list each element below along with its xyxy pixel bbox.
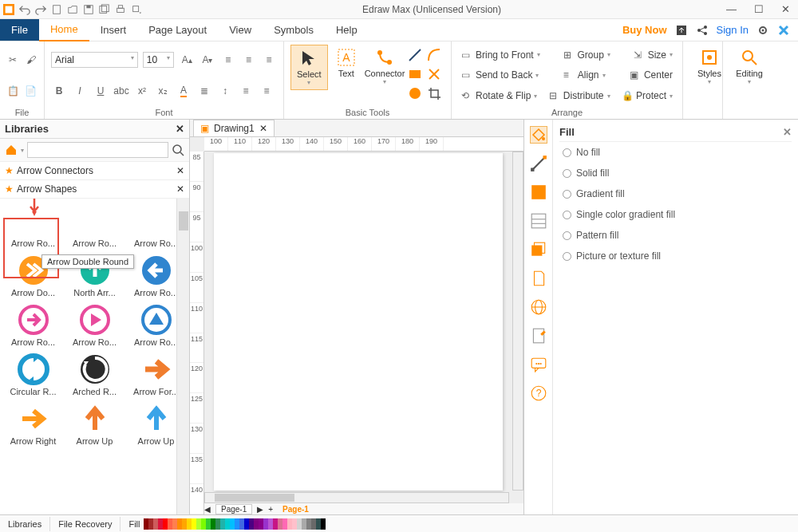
tab-help[interactable]: Help <box>325 19 369 41</box>
bottom-tab-file-recovery[interactable]: File Recovery <box>50 517 120 531</box>
erase-shape-icon[interactable] <box>427 67 441 81</box>
select-tool[interactable]: Select▾ <box>290 45 328 90</box>
rect-shape-icon[interactable] <box>408 67 422 81</box>
brush-icon[interactable]: 🖌 <box>25 52 38 68</box>
maximize-icon[interactable]: ☐ <box>754 3 764 15</box>
fill-option-picture[interactable]: Picture or texture fill <box>559 246 792 266</box>
fill-option-gradient[interactable]: Gradient fill <box>559 183 792 204</box>
align-center-icon[interactable]: ≡ <box>241 52 257 68</box>
fill-option-single-color-gradient[interactable]: Single color gradient fill <box>559 204 792 225</box>
file-menu-button[interactable]: File <box>0 19 39 41</box>
rotate-flip-button[interactable]: ⟲Rotate & Flip▾ <box>458 89 540 103</box>
ellipse-shape-icon[interactable] <box>408 86 422 100</box>
format-painter-icon[interactable]: ✂ <box>6 52 20 68</box>
bring-front-button[interactable]: ▭Bring to Front▾ <box>458 48 543 62</box>
print-icon[interactable] <box>115 4 126 15</box>
fill-bucket-icon[interactable] <box>530 126 547 144</box>
comment-icon[interactable]: ••• <box>530 356 547 373</box>
new-icon[interactable] <box>51 4 62 15</box>
category-arrow-connectors[interactable]: ★Arrow Connectors ✕ <box>0 162 189 180</box>
fill-option-no-fill[interactable]: No fill <box>559 142 792 163</box>
page-link-1[interactable]: Page-1 <box>278 505 314 514</box>
page-next-icon[interactable]: ▶ <box>257 505 263 514</box>
libraries-scrollbar[interactable] <box>176 199 189 514</box>
decrease-font-icon[interactable]: A▾ <box>200 52 215 68</box>
tab-page-layout[interactable]: Page Layout <box>137 19 218 41</box>
open-icon[interactable] <box>67 4 78 15</box>
pen-anchor-icon[interactable] <box>530 155 547 172</box>
send-back-button[interactable]: ▭Send to Back▾ <box>458 68 542 82</box>
connector-tool[interactable]: Connector▾ <box>365 45 405 89</box>
fill-close-icon[interactable]: ✕ <box>783 126 792 138</box>
para-dist-icon[interactable]: ≡ <box>259 83 275 99</box>
minimize-icon[interactable]: — <box>726 3 737 15</box>
help-icon[interactable]: ? <box>530 384 547 402</box>
saveall-icon[interactable] <box>99 4 110 15</box>
fill-option-solid[interactable]: Solid fill <box>559 163 792 183</box>
arc-shape-icon[interactable] <box>427 48 441 62</box>
canvas-v-scrollbar[interactable] <box>512 152 523 491</box>
layers-icon[interactable] <box>530 241 547 258</box>
page-tab-1[interactable]: Page-1 <box>215 504 252 514</box>
category-close-icon[interactable]: ✕ <box>176 165 184 176</box>
shape-arrow-round-2[interactable]: Arrow Ro... <box>65 202 124 250</box>
italic-icon[interactable]: I <box>72 83 88 99</box>
canvas-page[interactable] <box>214 153 503 491</box>
superscript-icon[interactable]: x² <box>134 83 150 99</box>
undo-icon[interactable] <box>19 4 30 15</box>
shape-arrow-round-5[interactable]: Arrow Ro... <box>3 301 63 349</box>
tab-home[interactable]: Home <box>39 18 89 41</box>
align-menu-icon[interactable]: ≡ <box>261 52 277 68</box>
distribute-button[interactable]: ⊟Distribute▾ <box>546 89 614 103</box>
copy-icon[interactable]: 📋 <box>6 83 20 99</box>
bullets-icon[interactable]: ≣ <box>196 83 212 99</box>
font-family-select[interactable]: Arial▾ <box>51 52 138 68</box>
document-icon[interactable] <box>530 270 547 287</box>
underline-icon[interactable]: U <box>93 83 109 99</box>
line-shape-icon[interactable] <box>408 48 422 62</box>
document-tab-drawing1[interactable]: ▣ Drawing1 ✕ <box>193 120 275 136</box>
group-button[interactable]: ⊞Group▾ <box>560 48 614 62</box>
sign-in-link[interactable]: Sign In <box>717 24 749 36</box>
tab-close-icon[interactable]: ✕ <box>259 123 267 134</box>
page-add-icon[interactable]: + <box>268 505 273 514</box>
category-arrow-shapes[interactable]: ★Arrow Shapes ✕ <box>0 180 189 199</box>
gear-icon[interactable] <box>757 24 769 37</box>
paste-icon[interactable]: 📄 <box>25 83 38 99</box>
crop-shape-icon[interactable] <box>427 86 441 100</box>
close-icon[interactable]: ✕ <box>781 3 790 15</box>
increase-font-icon[interactable]: A▴ <box>179 52 195 68</box>
font-size-select[interactable]: 10▾ <box>143 52 175 68</box>
grid-pattern-icon[interactable] <box>530 212 547 230</box>
shape-arched-r[interactable]: Arched R... <box>65 350 124 398</box>
strike-icon[interactable]: abc <box>113 83 129 99</box>
color-palette-strip[interactable] <box>144 518 326 530</box>
size-button[interactable]: ⇲Size▾ <box>630 48 676 62</box>
text-tool[interactable]: A Text <box>328 45 365 81</box>
qat-dropdown-icon[interactable] <box>131 4 142 15</box>
subscript-icon[interactable]: x₂ <box>155 83 171 99</box>
tab-view[interactable]: View <box>218 19 263 41</box>
align-left-icon[interactable]: ≡ <box>220 52 236 68</box>
fill-option-pattern[interactable]: Pattern fill <box>559 225 792 246</box>
protect-button[interactable]: 🔒Protect▾ <box>618 89 676 103</box>
shape-arrow-round-6[interactable]: Arrow Ro... <box>65 301 124 349</box>
home-library-icon[interactable] <box>5 144 18 156</box>
bold-icon[interactable]: B <box>51 83 67 99</box>
buy-now-link[interactable]: Buy Now <box>622 24 667 36</box>
canvas-h-scrollbar[interactable] <box>204 492 509 503</box>
share-icon[interactable] <box>696 24 709 37</box>
search-icon[interactable] <box>172 144 184 156</box>
align-button[interactable]: ≡Align▾ <box>560 68 609 82</box>
edit-doc-icon[interactable] <box>530 327 547 345</box>
shape-arrow-up-1[interactable]: Arrow Up <box>65 400 124 447</box>
font-color-icon[interactable]: A <box>176 83 192 99</box>
bottom-tab-libraries[interactable]: Libraries <box>0 517 50 531</box>
save-icon[interactable] <box>83 4 94 15</box>
shape-arrow-right[interactable]: Arrow Right <box>3 400 63 447</box>
editing-button[interactable]: Editing▾ <box>729 45 769 89</box>
tab-insert[interactable]: Insert <box>89 19 138 41</box>
app-icon[interactable] <box>777 24 790 37</box>
globe-icon[interactable] <box>530 298 547 316</box>
shape-circular-r[interactable]: Circular R... <box>3 350 63 398</box>
